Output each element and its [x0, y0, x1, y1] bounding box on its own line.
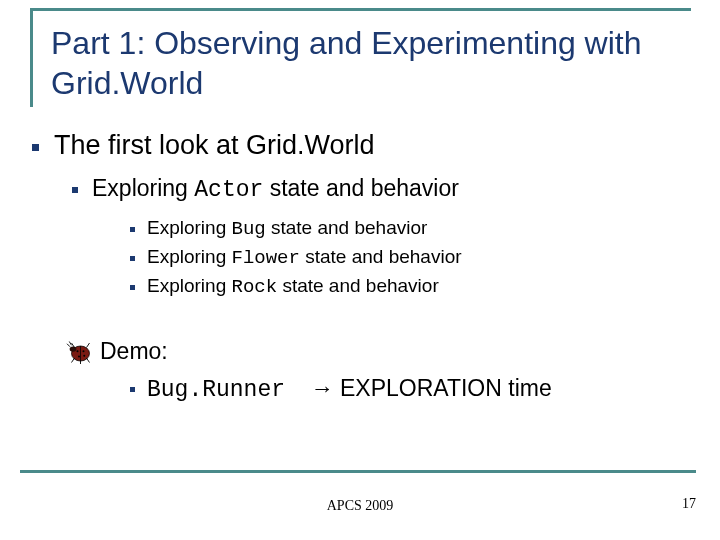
square-bullet-icon [72, 187, 78, 193]
l3-text: Exploring Flower state and behavior [147, 246, 462, 269]
l3-text: Exploring Rock state and behavior [147, 275, 439, 298]
text-post: state and behavior [266, 217, 428, 238]
text-pre: Exploring [147, 217, 232, 238]
svg-point-11 [77, 350, 79, 352]
svg-line-8 [87, 358, 90, 363]
code-actor: Actor [194, 177, 263, 203]
text-pre: Exploring [147, 246, 232, 267]
code-flower: Flower [232, 247, 300, 269]
bottom-rule [20, 470, 696, 473]
square-bullet-icon [130, 285, 135, 290]
bullet-level-3: Exploring Rock state and behavior [130, 275, 672, 298]
page-number: 17 [682, 496, 696, 512]
svg-line-10 [87, 343, 90, 348]
bullet-level-2: Exploring Actor state and behavior [72, 175, 672, 203]
svg-line-6 [72, 358, 75, 363]
text-post: EXPLORATION time [340, 375, 552, 401]
text-pre: Exploring [92, 175, 194, 201]
svg-point-13 [78, 355, 80, 357]
svg-point-3 [70, 346, 77, 351]
svg-point-12 [83, 350, 85, 352]
square-bullet-icon [130, 256, 135, 261]
code-rock: Rock [232, 276, 278, 298]
text-post: state and behavior [263, 175, 459, 201]
svg-line-4 [67, 343, 70, 346]
text-post: state and behavior [277, 275, 439, 296]
arrow-right-icon: → [311, 375, 334, 401]
bullet-level-3: Exploring Flower state and behavior [130, 246, 672, 269]
demo-label: Demo: [100, 338, 168, 365]
bullet-level-3: Exploring Bug state and behavior [130, 217, 672, 240]
demo-row: Demo: [64, 338, 672, 365]
l2-text: Exploring Actor state and behavior [92, 175, 459, 203]
slide-body: The first look at Grid.World Exploring A… [32, 130, 672, 409]
square-bullet-icon [130, 227, 135, 232]
svg-point-14 [83, 354, 85, 356]
bullet-level-3: Bug.Runner → EXPLORATION time [130, 375, 672, 403]
square-bullet-icon [32, 144, 39, 151]
l3-text: Exploring Bug state and behavior [147, 217, 427, 240]
slide: Part 1: Observing and Experimenting with… [0, 0, 720, 540]
l1-text: The first look at Grid.World [54, 130, 375, 161]
footer-text: APCS 2009 [0, 498, 720, 514]
code-bug: Bug [232, 218, 266, 240]
svg-line-5 [69, 341, 71, 345]
text-pre: Exploring [147, 275, 232, 296]
demo-sub-text: Bug.Runner → EXPLORATION time [147, 375, 552, 403]
text-post: state and behavior [300, 246, 462, 267]
bullet-level-1: The first look at Grid.World [32, 130, 672, 161]
slide-title: Part 1: Observing and Experimenting with… [30, 8, 691, 107]
square-bullet-icon [130, 387, 135, 392]
bug-icon [64, 340, 94, 364]
code-bugrunner: Bug.Runner [147, 377, 285, 403]
